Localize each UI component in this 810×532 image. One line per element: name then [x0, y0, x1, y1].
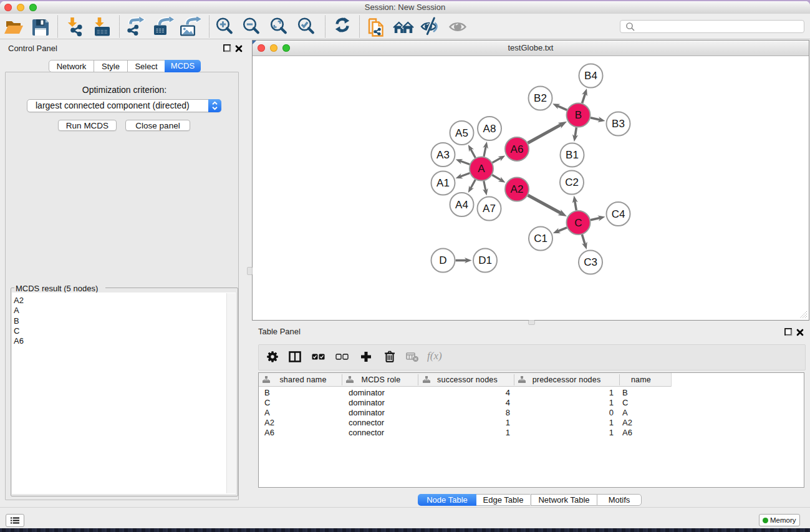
svg-text:A8: A8: [483, 123, 496, 135]
svg-text:C1: C1: [534, 233, 547, 244]
svg-text:f(x): f(x): [427, 351, 442, 362]
svg-text:A3: A3: [436, 149, 450, 161]
svg-text:D: D: [439, 254, 446, 266]
svg-text:B3: B3: [612, 118, 625, 130]
svg-text:C3: C3: [584, 256, 597, 268]
svg-text:A: A: [478, 163, 485, 175]
svg-text:A4: A4: [455, 199, 468, 211]
svg-text:B4: B4: [584, 70, 597, 82]
svg-text:A1: A1: [436, 177, 450, 189]
svg-text:C2: C2: [565, 177, 579, 188]
svg-text:D1: D1: [478, 254, 492, 266]
svg-text:B2: B2: [534, 92, 547, 104]
svg-text:C4: C4: [612, 208, 625, 220]
svg-text:B: B: [575, 109, 582, 121]
svg-text:A5: A5: [455, 127, 468, 139]
svg-text:A7: A7: [483, 203, 496, 215]
svg-text:A2: A2: [511, 183, 524, 195]
svg-text:B1: B1: [566, 149, 579, 161]
svg-text:C: C: [574, 217, 582, 229]
svg-text:A6: A6: [511, 143, 524, 155]
